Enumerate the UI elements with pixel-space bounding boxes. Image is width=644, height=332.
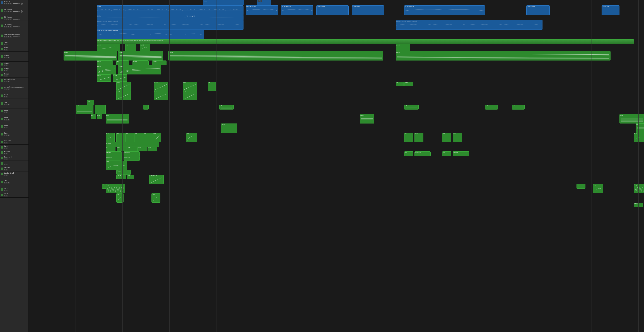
solo-btn[interactable]: S — [6, 195, 8, 197]
midi-region-cello-d[interactable]: cello — [219, 105, 234, 110]
midi-region-harp-right-a[interactable]: Har — [576, 184, 586, 189]
rec-btn[interactable]: R — [8, 88, 10, 90]
solo-btn[interactable]: S — [6, 3, 8, 4]
midi-region-gtr6[interactable]: Gtr Melody#33.8 — [404, 5, 485, 15]
track-row[interactable]: ♪ cello MSR — [0, 98, 28, 108]
midi-region-harp-far-right[interactable]: Harp — [634, 184, 644, 193]
audio-region-gtr-row4a[interactable]: Laura, neil melody and solo-melody.5 — [97, 20, 244, 30]
mute-btn[interactable]: M — [4, 158, 6, 160]
pan-knob[interactable] — [20, 10, 23, 12]
solo-btn[interactable]: S — [6, 190, 8, 191]
midi-region-strings-runs-right-b[interactable]: inst 9 — [404, 82, 413, 86]
midi-region-gtr7[interactable]: Gtr Melody#10 — [526, 5, 550, 15]
rec-btn[interactable]: R — [8, 182, 10, 184]
midi-region-flute1-f[interactable]: inst 9 — [152, 133, 161, 142]
midi-region-bass[interactable]: Bass Bass Bas Bas Bas Bas Bass Bass Bas … — [97, 39, 634, 44]
track-row[interactable]: ♪ Bass MS — [0, 41, 28, 46]
track-row[interactable]: ♪ Harp MS — [0, 187, 28, 192]
midi-region-cello-a[interactable]: inst 1 — [76, 105, 94, 114]
midi-region-strings-row11b[interactable]: Strings — [113, 74, 127, 82]
midi-region-cello-right-c[interactable]: cello — [512, 105, 524, 110]
midi-region-trems-row16c[interactable]: trems — [106, 114, 129, 124]
track-row[interactable]: ♪ Gtr Melody M S R I→ — [0, 5, 28, 16]
midi-region-cello-c[interactable]: cel — [143, 105, 148, 110]
midi-region-cello-right-a[interactable]: cello — [404, 105, 418, 110]
solo-btn[interactable]: S — [6, 119, 8, 121]
midi-region-strings-oct-c[interactable]: inst 9 — [182, 91, 197, 100]
track-row[interactable]: ♪ strings for runs MSR — [0, 78, 28, 83]
midi-region-flute2-c[interactable]: Flute — [127, 147, 137, 152]
midi-region-bassoon-right-c[interactable]: Bas — [442, 152, 451, 156]
midi-region-timpani[interactable]: Timpani — [116, 170, 131, 175]
rec-btn[interactable]: R — [8, 3, 10, 4]
mute-btn[interactable]: M — [4, 75, 6, 77]
midi-region-gtr-row3[interactable]: Gtr Mel — [97, 15, 244, 20]
midi-region-flute-right-a[interactable]: Flut — [404, 133, 413, 142]
track-row[interactable]: ♪ Bassoon 2 MS — [0, 155, 28, 161]
solo-btn[interactable]: S — [6, 104, 8, 105]
solo-btn[interactable]: S — [6, 80, 8, 82]
midi-region-bassoon1-a[interactable]: Bassoon 1 — [106, 152, 122, 156]
midi-region-cymbal-a[interactable]: Cymbal — [116, 175, 126, 179]
midi-region-strings-row10b[interactable]: Strings — [118, 65, 161, 74]
midi-region-strings-row10[interactable]: Strings — [97, 65, 116, 74]
solo-btn[interactable]: S — [6, 57, 8, 58]
track-row[interactable]: ♪ vl run MS — [0, 93, 28, 98]
solo-btn[interactable]: S — [6, 36, 8, 38]
midi-region-cello-b[interactable]: cel — [95, 105, 106, 114]
mute-btn[interactable]: M — [4, 142, 6, 144]
midi-region-trems-row17[interactable]: trems — [221, 124, 237, 133]
midi-region-flute2-a[interactable]: Flut — [106, 147, 116, 152]
rec-btn[interactable]: R — [8, 57, 10, 58]
midi-region-strings-runs-right-a[interactable]: inst — [396, 82, 404, 86]
midi-region-cello-stac[interactable]: cello stac - - - - - - - - - - — [106, 142, 159, 147]
midi-region-strings-row9c[interactable]: Strings — [132, 60, 148, 65]
track-row[interactable]: ♪ Gtr Melody M S R I→ — [0, 16, 28, 21]
solo-btn[interactable]: S — [6, 10, 8, 12]
mute-btn[interactable]: M — [4, 70, 6, 72]
mute-btn[interactable]: M — [4, 119, 6, 121]
mute-btn[interactable]: M — [4, 57, 6, 58]
midi-region-strings-row11a[interactable]: Strings — [97, 74, 111, 82]
midi-region-strings-row9a[interactable]: Strings — [97, 60, 113, 65]
mute-btn[interactable]: M — [4, 111, 6, 113]
midi-region-cello-right-b[interactable]: cello — [485, 105, 498, 110]
midi-region-bassoon2-b[interactable]: Bassoon 2 — [124, 156, 140, 161]
track-row-strings-runs-octave[interactable]: ♪ strings for runs octave down MSR — [0, 83, 28, 93]
midi-region-bassoon1-b[interactable]: Bassoon 2 — [124, 152, 140, 156]
audio-region-gtr-row4b[interactable]: Laura, neil melody and solo-melody.6 — [396, 20, 542, 30]
mute-btn[interactable]: M — [4, 195, 6, 197]
midi-region-flute1-e[interactable]: Rule — [143, 133, 152, 142]
track-row[interactable]: Audio 10 M S R I→ — [0, 0, 28, 5]
midi-region-flute2-b[interactable]: Flute — [117, 147, 127, 152]
volume-slider[interactable] — [13, 4, 20, 4]
volume-slider[interactable] — [13, 26, 20, 27]
midi-region-rule-right-b[interactable]: Rule — [453, 133, 462, 142]
audio-region[interactable]: Laura, — [203, 0, 244, 5]
solo-btn[interactable]: S — [6, 174, 8, 176]
input-btn[interactable]: I→ — [10, 18, 12, 20]
track-row[interactable]: ♪ Glock MS — [0, 192, 28, 198]
track-row[interactable]: ♪ Timpani MS — [0, 166, 28, 172]
solo-btn[interactable]: S — [6, 49, 8, 51]
solo-btn[interactable]: S — [6, 44, 8, 45]
solo-btn[interactable]: S — [6, 153, 8, 154]
midi-region-strings-row8b[interactable]: Strings — [118, 51, 163, 60]
midi-region-strings-large[interactable]: Strings — [168, 51, 383, 60]
solo-btn[interactable]: S — [6, 64, 8, 66]
mute-btn[interactable]: M — [4, 44, 6, 45]
solo-btn[interactable]: S — [6, 96, 8, 98]
input-btn[interactable]: I→ — [10, 10, 12, 12]
midi-region-flute1-a[interactable]: Flute — [106, 133, 114, 142]
midi-region-solo-vl-a[interactable]: solo vl — [97, 44, 120, 51]
mute-btn[interactable]: M — [4, 10, 6, 12]
midi-region-harp-row28b[interactable]: Harp — [152, 193, 160, 202]
solo-btn[interactable]: S — [6, 75, 8, 77]
track-row[interactable]: ♪ Horn MS — [0, 161, 28, 166]
mute-btn[interactable]: M — [4, 148, 6, 149]
midi-region-gtr3[interactable]: Gtr Melody#33.4 — [281, 5, 313, 15]
midi-region-bassoon2-a[interactable]: Bassoon 2 — [106, 156, 122, 161]
mute-btn[interactable]: M — [4, 104, 6, 105]
audio-region-neils[interactable]: Laura, neil melody and solo-melody.5 — [97, 30, 204, 39]
arrange-area[interactable]: Laura, ⬛⬛⬛ Gtr Mel Gtr Melody#33.5 — [29, 0, 644, 332]
